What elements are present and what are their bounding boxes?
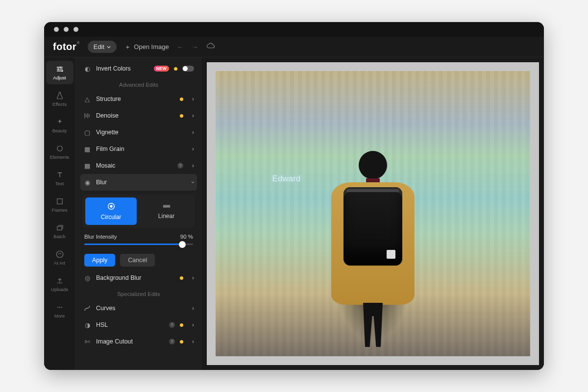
row-hsl[interactable]: ◑ HSL ? › bbox=[80, 317, 197, 333]
new-badge: NEW bbox=[154, 66, 169, 72]
blur-tab-linear[interactable]: Linear bbox=[141, 197, 192, 225]
edit-menu[interactable]: Edit bbox=[88, 41, 117, 53]
cloud-icon[interactable] bbox=[206, 43, 215, 51]
canvas-container: Edward bbox=[202, 57, 544, 370]
edit-label: Edit bbox=[94, 43, 104, 50]
frame-icon bbox=[55, 197, 64, 206]
rail-uploads[interactable]: Uploads bbox=[46, 272, 74, 296]
svg-point-10 bbox=[110, 205, 112, 207]
rail-effects[interactable]: Effects bbox=[46, 87, 74, 111]
svg-point-0 bbox=[60, 67, 61, 68]
rail-aiart[interactable]: AI Art bbox=[46, 246, 74, 270]
row-denoise[interactable]: Denoise › bbox=[80, 107, 197, 124]
info-icon[interactable]: ? bbox=[169, 322, 175, 328]
photo-subject bbox=[324, 151, 422, 347]
invert-toggle[interactable] bbox=[182, 66, 194, 72]
traffic-light-min[interactable] bbox=[64, 27, 69, 32]
text-icon bbox=[55, 171, 64, 179]
scissors-icon: ✄ bbox=[83, 338, 91, 345]
traffic-light-close[interactable] bbox=[54, 27, 59, 32]
chevron-right-icon: › bbox=[192, 162, 194, 169]
target-icon: ◎ bbox=[83, 274, 91, 282]
modified-dot bbox=[180, 114, 183, 118]
triangle-icon: △ bbox=[83, 96, 91, 103]
denoise-icon bbox=[83, 112, 91, 119]
modified-dot bbox=[180, 323, 183, 327]
svg-point-3 bbox=[57, 146, 62, 151]
linear-icon bbox=[162, 203, 171, 210]
row-mosaic[interactable]: ▩ Mosaic ? › bbox=[80, 157, 197, 174]
more-icon bbox=[55, 303, 64, 312]
shapes-icon bbox=[55, 144, 64, 153]
row-vignette[interactable]: ▢ Vignette › bbox=[80, 124, 197, 141]
svg-rect-11 bbox=[163, 205, 170, 207]
grain-icon: ▦ bbox=[83, 146, 91, 153]
chevron-right-icon: › bbox=[192, 96, 194, 102]
top-toolbar: fotor® Edit ＋ Open Image ← → bbox=[44, 37, 544, 57]
info-icon[interactable]: ? bbox=[169, 339, 175, 344]
chevron-right-icon: › bbox=[192, 274, 194, 281]
info-icon[interactable]: ? bbox=[177, 163, 183, 169]
rail-beauty[interactable]: Beauty bbox=[46, 114, 74, 137]
blur-actions: Apply Cancel bbox=[80, 249, 197, 270]
svg-point-1 bbox=[58, 69, 59, 70]
svg-point-8 bbox=[61, 307, 62, 308]
chevron-right-icon: › bbox=[192, 146, 194, 152]
rail-text[interactable]: Text bbox=[46, 167, 74, 190]
sliders-icon bbox=[55, 65, 64, 74]
row-blur[interactable]: ◉ Blur › bbox=[80, 174, 197, 191]
plus-icon: ＋ bbox=[124, 43, 131, 51]
canvas[interactable]: Edward bbox=[207, 62, 539, 365]
rail-elements[interactable]: Elements bbox=[46, 140, 74, 164]
chevron-right-icon: › bbox=[192, 129, 194, 136]
sparkle-icon bbox=[55, 118, 64, 126]
row-invert-colors[interactable]: ◐ Invert Colors NEW bbox=[80, 60, 197, 77]
svg-point-6 bbox=[57, 307, 58, 308]
photo-preview: Edward bbox=[216, 71, 530, 356]
chevron-down-icon: › bbox=[190, 181, 196, 183]
app-window: fotor® Edit ＋ Open Image ← → Adjust bbox=[44, 22, 544, 370]
nav-back-icon[interactable]: ← bbox=[177, 43, 184, 51]
slider-thumb[interactable] bbox=[179, 241, 186, 248]
rail-more[interactable]: More bbox=[46, 299, 74, 322]
chevron-right-icon: › bbox=[192, 338, 194, 345]
row-background-blur[interactable]: ◎ Background Blur › bbox=[80, 270, 197, 286]
blur-type-tabs: Circular Linear bbox=[82, 195, 195, 228]
row-structure[interactable]: △ Structure › bbox=[80, 91, 197, 107]
blur-icon: ◉ bbox=[83, 179, 91, 186]
svg-point-2 bbox=[61, 70, 63, 72]
rail-frames[interactable]: Frames bbox=[46, 193, 74, 217]
blur-intensity-slider[interactable] bbox=[84, 244, 193, 245]
section-specialized: Specialized Edits bbox=[80, 286, 197, 300]
cancel-button[interactable]: Cancel bbox=[120, 254, 155, 267]
stack-icon bbox=[55, 223, 64, 232]
brand-logo: fotor® bbox=[53, 41, 80, 52]
upload-icon bbox=[55, 276, 64, 285]
svg-point-7 bbox=[59, 307, 60, 308]
open-image-button[interactable]: ＋ Open Image bbox=[124, 43, 169, 51]
modified-dot bbox=[180, 340, 183, 343]
modified-dot bbox=[174, 67, 177, 71]
photo-sign-text: Edward bbox=[272, 174, 301, 184]
hsl-icon: ◑ bbox=[83, 321, 91, 329]
apply-button[interactable]: Apply bbox=[84, 254, 115, 267]
circle-target-icon bbox=[107, 202, 116, 211]
blur-tab-circular[interactable]: Circular bbox=[85, 197, 137, 225]
nav-forward-icon[interactable]: → bbox=[192, 43, 198, 51]
rail-batch[interactable]: Batch bbox=[46, 220, 74, 243]
chevron-right-icon: › bbox=[192, 305, 194, 312]
main-area: Adjust Effects Beauty Elements Text Fram… bbox=[44, 57, 544, 370]
row-image-cutout[interactable]: ✄ Image Cutout ? › bbox=[80, 333, 197, 350]
invert-icon: ◐ bbox=[83, 65, 91, 73]
curves-icon bbox=[83, 305, 91, 312]
traffic-light-max[interactable] bbox=[74, 27, 78, 32]
modified-dot bbox=[180, 98, 183, 101]
chevron-right-icon: › bbox=[192, 112, 194, 119]
mosaic-icon: ▩ bbox=[83, 162, 91, 170]
flask-icon bbox=[55, 91, 64, 100]
row-curves[interactable]: Curves › bbox=[80, 300, 197, 317]
section-advanced: Advanced Edits bbox=[80, 77, 197, 91]
rail-adjust[interactable]: Adjust bbox=[46, 61, 74, 84]
row-filmgrain[interactable]: ▦ Film Grain › bbox=[80, 141, 197, 157]
left-rail: Adjust Effects Beauty Elements Text Fram… bbox=[44, 57, 75, 370]
